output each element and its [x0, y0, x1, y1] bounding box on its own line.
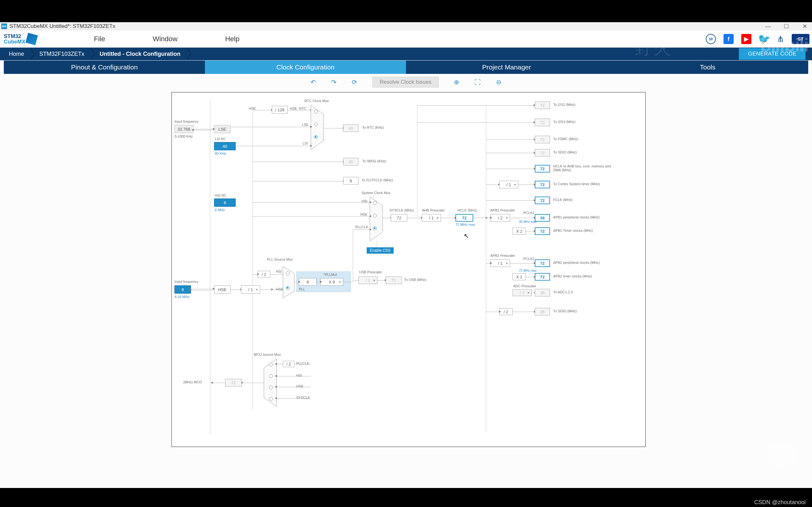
i2s3-label: To I2S3 (MHz)	[553, 120, 576, 124]
zoom-in-icon[interactable]: ⊕	[454, 78, 459, 86]
youtube-icon[interactable]: ▶	[741, 34, 751, 44]
menu-file[interactable]: File	[94, 35, 105, 43]
usb-label: To USB (MHz)	[404, 278, 426, 282]
titlebar: MX STM32CubeMX Untitled*: STM32F103ZETx …	[0, 22, 812, 31]
lse-box[interactable]: LSE	[214, 125, 231, 133]
pll-radio-hsi[interactable]	[286, 271, 289, 275]
usb-div[interactable]: / 1	[359, 277, 377, 284]
apb1-mul: X 2	[512, 228, 526, 235]
window-title: STM32CubeMX Untitled*: STM32F103ZETx	[9, 23, 115, 30]
lsi-note: 40 KHz	[215, 152, 226, 155]
apb2-periph-val: 72	[535, 259, 550, 267]
fsmc-val: 72	[535, 136, 550, 143]
redo-icon[interactable]: ↷	[331, 78, 336, 86]
logo-line2: CubeMX	[4, 39, 25, 45]
cortex-div[interactable]: / 1	[499, 181, 518, 188]
hclk-ahb-label: HCLK to AHB bus, core, memory and DMA (M…	[553, 164, 613, 172]
hclk-ahb-val: 72	[535, 165, 550, 172]
mco-radio-hsi[interactable]	[269, 374, 273, 378]
sys-mux-title: System Clock Mux	[362, 191, 390, 195]
pllmul-label: *PLLMul	[324, 273, 337, 277]
menu-window[interactable]: Window	[153, 35, 177, 43]
undo-icon[interactable]: ↶	[311, 78, 316, 86]
rtc-radio-hse[interactable]	[314, 110, 318, 114]
pll-radio-hse[interactable]	[286, 286, 289, 290]
hclk-val[interactable]: 72	[455, 214, 473, 222]
pll-source-mux[interactable]	[283, 266, 294, 298]
enable-css-button[interactable]: Enable CSS	[367, 247, 394, 253]
line-rtc-out	[324, 128, 343, 128]
tab-tools[interactable]: Tools	[607, 61, 808, 74]
apb1-periph-label: APB1 peripheral clocks (MHz)	[553, 215, 600, 219]
apb1-div[interactable]: / 2	[490, 214, 510, 222]
mco-out-label: (MHz) MCO	[183, 380, 202, 384]
line-hsertc	[288, 110, 311, 110]
apb1-timer-val: 72	[535, 227, 550, 235]
watermark-bilibili: bilibili	[760, 34, 808, 55]
tab-project[interactable]: Project Manager	[406, 61, 607, 74]
vline-hclk-bus	[486, 105, 486, 432]
watermark-embedfire: 野火	[634, 36, 672, 60]
i2s2-label: To I2S2 (MHz)	[553, 103, 576, 107]
adc-label: ADC Prescaler	[513, 284, 536, 288]
sdio2-val: 36	[535, 308, 550, 316]
rtc-radio-lsi[interactable]	[314, 135, 318, 139]
apb1-timer-label: APB1 Timer clocks (MHz)	[553, 229, 593, 232]
clock-diagram[interactable]: Input frequency 32.768 0-1000 KHz LSE LS…	[171, 92, 646, 447]
sys-radio-hsi[interactable]	[373, 201, 377, 205]
bilibili-play-icon[interactable]	[767, 444, 796, 466]
hse-prediv[interactable]: / 1	[241, 285, 260, 294]
sdio2-label: To SDIO (MHz)	[553, 309, 577, 313]
line-hse-pll	[260, 289, 272, 290]
svg-marker-2	[283, 266, 294, 298]
line-hse-sys	[253, 216, 370, 217]
refresh-icon[interactable]: ⟳	[352, 78, 357, 86]
line-iwdg	[253, 162, 343, 162]
apb2-mul: X 1	[512, 273, 526, 280]
apb1-label: APB1 Prescaler	[490, 208, 515, 212]
app-icon: MX	[1, 23, 7, 29]
sys-radio-hse[interactable]	[373, 214, 377, 218]
tab-clock[interactable]: Clock Configuration	[205, 61, 406, 74]
apb2-div[interactable]: / 1	[490, 259, 510, 267]
resolve-clock-button[interactable]: Resolve Clock Issues	[372, 77, 439, 88]
facebook-icon[interactable]: f	[723, 34, 734, 44]
i2s3-val: 72	[535, 119, 550, 126]
sysclk-val: 72	[391, 214, 407, 222]
hse-box[interactable]: HSE	[214, 285, 231, 294]
ahb-div[interactable]: / 1	[422, 214, 441, 222]
maximize-button[interactable]: ☐	[783, 23, 790, 30]
adc-div[interactable]: / 2	[512, 289, 532, 296]
fit-icon[interactable]: ⛶	[475, 79, 481, 86]
pll-mul[interactable]: X 9	[320, 278, 343, 286]
mco-title: MCO source Mux	[254, 352, 281, 356]
hse-div128[interactable]: / 128	[272, 106, 288, 114]
tab-pinout[interactable]: Pinout & Configuration	[4, 61, 205, 74]
sys-radio-pll[interactable]	[373, 226, 377, 230]
mco-radio-hse[interactable]	[269, 386, 273, 389]
line-lsi-mux	[236, 146, 311, 146]
crumb-page[interactable]: Untitled - Clock Configuration	[91, 48, 187, 60]
rtc-radio-lse[interactable]	[314, 122, 318, 126]
sys-mux-hse: HSE	[360, 213, 368, 216]
flitf-val: 8	[343, 177, 359, 184]
crumb-chip[interactable]: STM32F103ZETx	[31, 48, 91, 60]
close-button[interactable]: ✕	[801, 23, 808, 30]
menu-help[interactable]: Help	[225, 35, 239, 43]
mco-radio-pll[interactable]	[269, 363, 273, 367]
pll-in: 8	[299, 278, 317, 286]
iwdg-val: 40	[343, 158, 359, 166]
crumb-home[interactable]: Home	[0, 48, 31, 60]
minimize-button[interactable]: —	[764, 23, 771, 30]
zoom-out-icon[interactable]: ⊖	[496, 78, 501, 86]
flitf-label: To FLITFCLK (MHz)	[362, 178, 393, 182]
mco-div2: / 2	[283, 361, 294, 367]
lse-freq[interactable]: 32.768	[174, 125, 194, 133]
lse-range: 0-1000 KHz	[174, 134, 193, 138]
sys-mux-pll: PLLCLK	[355, 225, 368, 229]
mco-radio-sysclk[interactable]	[269, 397, 273, 401]
anniversary-badge: 10	[706, 34, 716, 44]
apb1-periph-val: 36	[535, 214, 550, 222]
i2s2-val: 72	[535, 102, 550, 109]
apb2-periph-label: APB2 peripheral clocks (MHz)	[553, 261, 600, 265]
